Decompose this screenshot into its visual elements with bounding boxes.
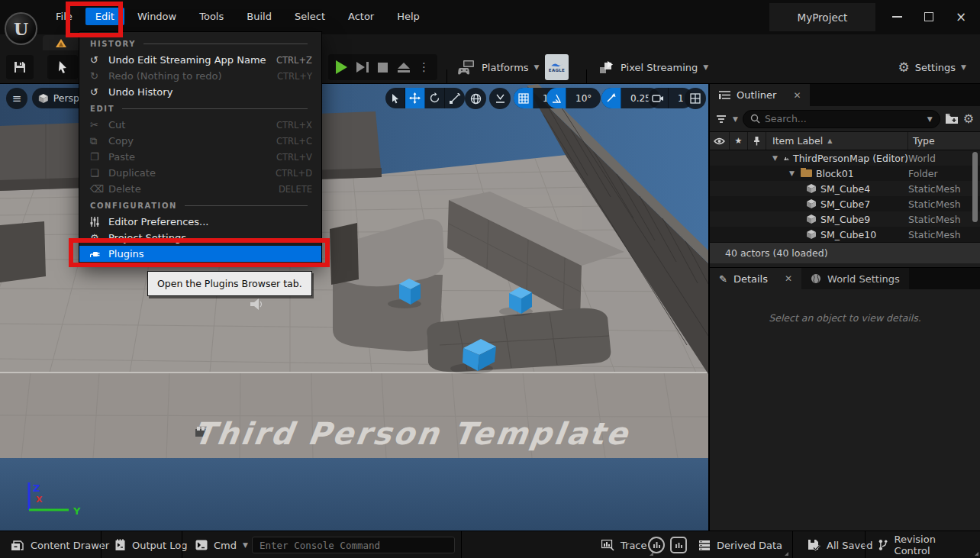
move-tool-button[interactable] bbox=[405, 88, 425, 108]
filter-chevron-icon[interactable]: ▼ bbox=[733, 115, 738, 123]
eject-icon bbox=[398, 63, 410, 73]
table-row[interactable]: ▼ Block01 Folder bbox=[710, 166, 980, 181]
eagle-label: EAGLE bbox=[549, 68, 565, 73]
item-label-column-header[interactable]: Item Label ▲ bbox=[766, 132, 908, 150]
menu-section-history: HISTORY bbox=[79, 35, 321, 52]
stop-button[interactable] bbox=[372, 56, 393, 78]
outliner-settings-gear-icon[interactable]: ⚙ bbox=[963, 111, 974, 126]
menu-item-duplicate[interactable]: ❏ Duplicate CTRL+D bbox=[79, 165, 321, 181]
pin-column-header[interactable] bbox=[748, 132, 766, 150]
search-input[interactable] bbox=[765, 113, 923, 124]
cmd-dropdown-button[interactable]: Cmd ▼ bbox=[188, 531, 256, 558]
type-column-header[interactable]: Type bbox=[908, 132, 980, 150]
world-local-transform-button[interactable] bbox=[465, 88, 486, 109]
pixel-streaming-button[interactable]: Pixel Streaming ▼ bbox=[598, 60, 708, 75]
svg-text:Z: Z bbox=[33, 482, 40, 494]
perspective-button[interactable]: Persp bbox=[32, 88, 79, 108]
scale-tool-button[interactable] bbox=[445, 88, 465, 108]
eagle-icon bbox=[550, 63, 564, 67]
scale-snap-toggle[interactable] bbox=[601, 88, 621, 108]
tab-outliner[interactable]: Outliner ✕ bbox=[710, 84, 810, 106]
select-mode-button[interactable] bbox=[47, 55, 78, 79]
eagle-plugin-button[interactable]: EAGLE bbox=[545, 54, 569, 80]
play-options-button[interactable]: ⋮ bbox=[414, 56, 434, 78]
all-saved-button[interactable]: All Saved bbox=[800, 531, 880, 558]
save-button[interactable] bbox=[6, 55, 34, 79]
menu-item-project-settings[interactable]: ⚙ Project Settings bbox=[79, 230, 321, 246]
table-row[interactable]: ▼ ThirdPersonMap (Editor) World bbox=[710, 150, 980, 166]
rotation-snap-toggle[interactable] bbox=[546, 88, 566, 108]
world-settings-globe-icon bbox=[811, 273, 821, 284]
platforms-label: Platforms bbox=[482, 62, 529, 73]
content-drawer-icon bbox=[11, 539, 24, 551]
camera-speed-button[interactable] bbox=[648, 88, 669, 108]
grid-snap-toggle[interactable] bbox=[514, 88, 534, 108]
world-icon bbox=[784, 154, 789, 163]
rotate-tool-button[interactable] bbox=[425, 88, 445, 108]
details-tabbar: ✎ Details ✕ World Settings bbox=[710, 267, 980, 289]
screenshot-button[interactable] bbox=[667, 531, 690, 558]
menu-build[interactable]: Build bbox=[237, 8, 282, 25]
tab-details[interactable]: ✎ Details ✕ bbox=[710, 268, 801, 289]
outliner-scrollbar[interactable] bbox=[972, 152, 978, 222]
menu-item-redo[interactable]: ↻ Redo (Nothing to redo) CTRL+Y bbox=[79, 68, 321, 84]
edit-dropdown-menu: HISTORY ↺ Undo Edit Streaming App Name C… bbox=[79, 31, 322, 263]
plugins-icon bbox=[90, 250, 108, 259]
expand-arrow-icon[interactable]: ▼ bbox=[789, 169, 795, 177]
platforms-button[interactable]: Platforms ▼ bbox=[458, 60, 540, 75]
menu-item-plugins[interactable]: Plugins bbox=[79, 246, 321, 262]
tab-world-settings[interactable]: World Settings bbox=[801, 268, 909, 289]
console-command-input[interactable] bbox=[252, 537, 455, 553]
table-row[interactable]: SM_Cube9 StaticMesh bbox=[710, 211, 980, 227]
menu-actor[interactable]: Actor bbox=[338, 8, 384, 25]
expand-arrow-icon[interactable]: ▼ bbox=[772, 154, 778, 162]
table-row[interactable]: SM_Cube7 StaticMesh bbox=[710, 196, 980, 211]
level-tab[interactable] bbox=[43, 35, 79, 50]
menu-item-copy[interactable]: ⧉ Copy CTRL+C bbox=[79, 133, 321, 149]
insights-button[interactable] bbox=[645, 531, 668, 558]
quad-view-button[interactable] bbox=[685, 88, 706, 109]
rotation-snap-value[interactable]: 10° bbox=[566, 88, 601, 108]
minimize-button[interactable] bbox=[881, 6, 913, 27]
maximize-button[interactable] bbox=[913, 6, 945, 27]
menu-item-undo[interactable]: ↺ Undo Edit Streaming App Name CTRL+Z bbox=[79, 52, 321, 68]
close-button[interactable]: × bbox=[945, 6, 977, 27]
menu-file[interactable]: File bbox=[46, 8, 82, 25]
table-row[interactable]: SM_Cube10 StaticMesh bbox=[710, 227, 980, 242]
play-button[interactable] bbox=[331, 56, 352, 78]
menu-edit[interactable]: Edit bbox=[85, 8, 124, 25]
revision-control-button[interactable]: Revision Control bbox=[870, 531, 980, 558]
tab-close-icon[interactable]: ✕ bbox=[793, 90, 801, 101]
filter-icon[interactable] bbox=[716, 115, 728, 124]
menu-window[interactable]: Window bbox=[127, 8, 186, 25]
menu-item-editor-preferences[interactable]: Editor Preferences... bbox=[79, 214, 321, 230]
content-drawer-button[interactable]: Content Drawer bbox=[3, 531, 117, 558]
eject-button[interactable] bbox=[393, 56, 414, 78]
table-row[interactable]: SM_Cube4 StaticMesh bbox=[710, 181, 980, 196]
menu-select[interactable]: Select bbox=[285, 8, 335, 25]
undo-icon: ↺ bbox=[90, 54, 108, 66]
menu-item-paste[interactable]: ❐ Paste CTRL+V bbox=[79, 149, 321, 165]
settings-button[interactable]: ⚙ Settings ▼ bbox=[898, 60, 967, 75]
menu-item-delete[interactable]: ⌫ Delete DELETE bbox=[79, 181, 321, 197]
surface-snapping-button[interactable] bbox=[489, 88, 511, 109]
derived-data-button[interactable]: Derived Data bbox=[691, 531, 790, 558]
frame-skip-button[interactable] bbox=[352, 56, 372, 78]
menu-item-undo-history[interactable]: ↺ Undo History bbox=[79, 84, 321, 100]
search-options-chevron-icon[interactable]: ▼ bbox=[927, 115, 933, 123]
save-status-icon bbox=[808, 539, 820, 551]
tab-close-icon[interactable]: ✕ bbox=[785, 273, 792, 284]
tab-world-settings-label: World Settings bbox=[827, 273, 900, 285]
window-controls: × bbox=[881, 6, 977, 27]
menu-item-cut[interactable]: ✂ Cut CTRL+X bbox=[79, 117, 321, 133]
create-folder-icon[interactable] bbox=[945, 113, 959, 124]
outliner-search[interactable]: ▼ bbox=[743, 110, 940, 128]
select-tool-button[interactable] bbox=[385, 88, 405, 108]
pixel-streaming-icon bbox=[598, 60, 615, 75]
viewport-options-button[interactable]: ≡ bbox=[6, 88, 27, 109]
favorite-column-header[interactable]: ★ bbox=[730, 132, 748, 150]
chevron-down-icon: ▼ bbox=[703, 63, 708, 71]
menu-tools[interactable]: Tools bbox=[189, 8, 234, 25]
menu-help[interactable]: Help bbox=[387, 8, 430, 25]
visibility-column-header[interactable] bbox=[710, 132, 730, 150]
